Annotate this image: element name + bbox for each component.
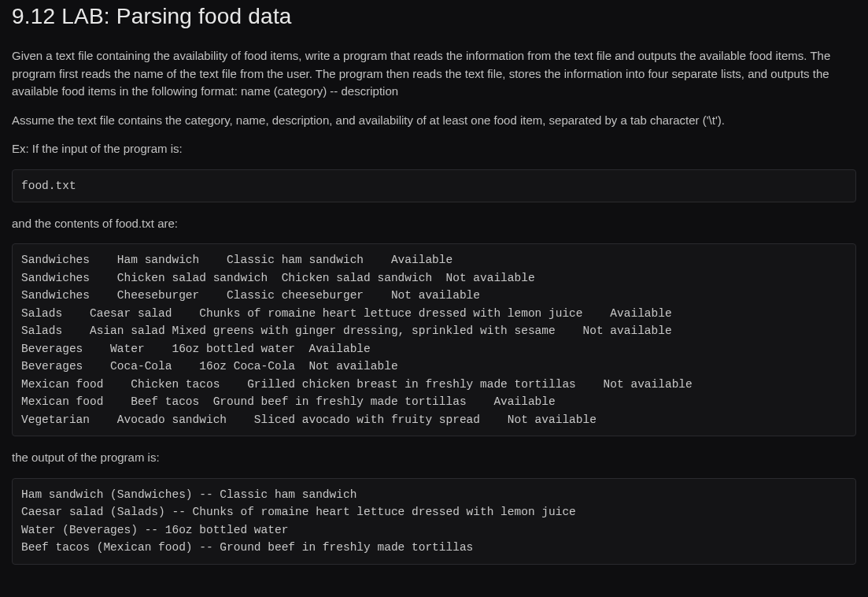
code-input: food.txt <box>12 169 856 202</box>
paragraph-output-intro: the output of the program is: <box>12 449 856 467</box>
code-output: Ham sandwich (Sandwiches) -- Classic ham… <box>12 478 856 565</box>
paragraph-assumption: Assume the text file contains the catego… <box>12 112 856 130</box>
paragraph-intro: Given a text file containing the availab… <box>12 47 856 101</box>
paragraph-file-intro: and the contents of food.txt are: <box>12 215 856 233</box>
code-file-contents: Sandwiches Ham sandwich Classic ham sand… <box>12 243 856 436</box>
paragraph-example-intro: Ex: If the input of the program is: <box>12 140 856 158</box>
page-title: 9.12 LAB: Parsing food data <box>12 0 856 33</box>
